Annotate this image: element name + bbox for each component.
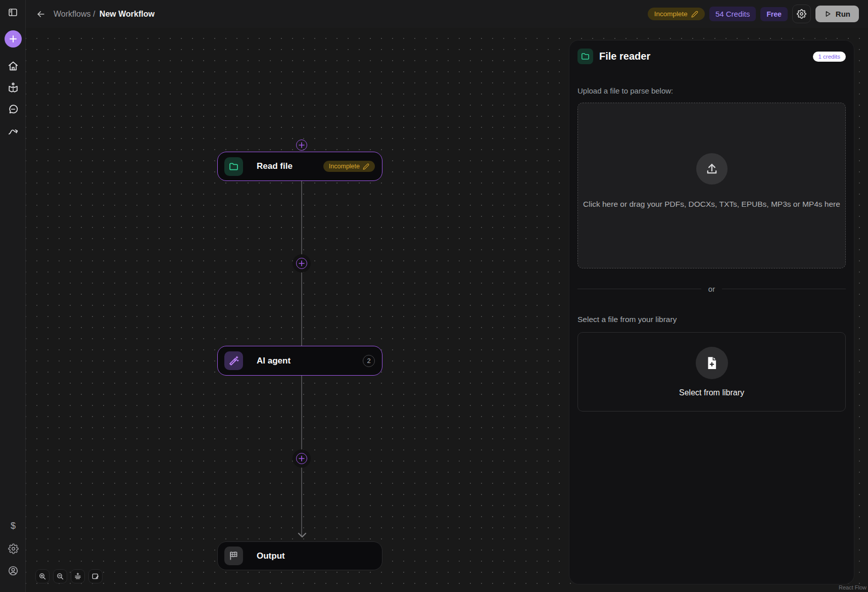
library-icon xyxy=(8,82,19,93)
add-node-button-mid2[interactable] xyxy=(293,449,311,468)
canvas-controls xyxy=(35,569,103,583)
pencil-icon xyxy=(363,163,369,170)
sidebar-item-chat[interactable] xyxy=(7,103,19,115)
file-plus-icon xyxy=(696,347,728,379)
plus-icon xyxy=(296,258,307,269)
left-sidebar: $ xyxy=(0,0,26,592)
node-count-badge[interactable]: 2 xyxy=(363,355,375,367)
or-text: or xyxy=(708,285,715,293)
zoom-out-button[interactable] xyxy=(53,569,67,583)
magic-wand-icon xyxy=(224,351,243,370)
new-workflow-button[interactable] xyxy=(5,30,22,48)
sidebar-item-library[interactable] xyxy=(7,81,19,94)
trend-arrow-icon xyxy=(8,126,19,137)
panel-title: File reader xyxy=(599,51,650,62)
file-reader-panel: File reader 1 credits Upload a file to p… xyxy=(569,40,854,584)
app-window: Read file Incomplete AI agent 2 xyxy=(0,0,868,592)
chat-icon xyxy=(8,104,19,115)
upload-section-label: Upload a file to parse below: xyxy=(577,86,846,95)
topbar-actions: Incomplete 54 Credits Free Run xyxy=(648,5,859,23)
breadcrumb-workflows[interactable]: Workflows / xyxy=(54,10,95,18)
sidebar-item-flows[interactable] xyxy=(7,125,19,138)
play-icon xyxy=(824,10,832,18)
zoom-in-icon xyxy=(38,572,46,580)
plus-icon xyxy=(296,140,307,151)
add-node-button-mid1[interactable] xyxy=(293,254,311,272)
node-ai-agent[interactable]: AI agent 2 xyxy=(217,346,382,376)
layout-icon xyxy=(74,572,82,580)
auto-layout-button[interactable] xyxy=(71,569,85,583)
node-status-text: Incomplete xyxy=(329,163,360,170)
workflow-status-badge[interactable]: Incomplete xyxy=(648,8,705,20)
sidebar-item-home[interactable] xyxy=(7,60,19,72)
file-dropzone[interactable]: Click here or drag your PDFs, DOCXs, TXT… xyxy=(577,103,846,268)
gear-icon xyxy=(8,543,19,554)
folder-icon xyxy=(577,49,593,64)
run-label: Run xyxy=(836,10,850,18)
plan-badge[interactable]: Free xyxy=(760,7,788,21)
node-label: AI agent xyxy=(257,356,291,366)
or-divider: or xyxy=(577,285,846,293)
library-section-label: Select a file from your library xyxy=(577,315,846,324)
plus-icon xyxy=(296,453,307,464)
plus-icon xyxy=(9,35,17,43)
back-arrow-icon xyxy=(36,9,46,19)
home-icon xyxy=(8,61,19,72)
select-from-library-button[interactable]: Select from library xyxy=(577,332,846,412)
settings-button[interactable] xyxy=(792,5,811,23)
folder-icon xyxy=(224,157,243,176)
pencil-icon xyxy=(691,11,698,18)
account-icon xyxy=(8,565,19,576)
sidebar-item-billing[interactable]: $ xyxy=(7,520,19,532)
react-flow-attribution: React Flow xyxy=(839,584,866,590)
note-icon xyxy=(91,572,100,580)
status-text: Incomplete xyxy=(654,10,688,18)
sidebar-toggle-button[interactable] xyxy=(8,7,18,18)
sidebar-item-settings[interactable] xyxy=(7,542,19,555)
back-button[interactable] xyxy=(33,7,49,22)
zoom-in-button[interactable] xyxy=(35,569,50,583)
credits-counter[interactable]: 54 Credits xyxy=(709,7,756,21)
topbar: Workflows / New Workflow Incomplete 54 C… xyxy=(26,0,868,28)
upload-icon xyxy=(696,153,728,185)
notes-button[interactable] xyxy=(88,569,103,583)
breadcrumb: Workflows / New Workflow xyxy=(54,10,155,19)
dropzone-hint: Click here or drag your PDFs, DOCXs, TXT… xyxy=(583,200,840,209)
node-read-file[interactable]: Read file Incomplete xyxy=(217,152,382,181)
dollar-icon: $ xyxy=(11,521,16,531)
node-status-badge[interactable]: Incomplete xyxy=(323,161,375,172)
zoom-out-icon xyxy=(56,572,64,580)
panel-header: File reader 1 credits xyxy=(577,49,846,64)
node-label: Read file xyxy=(257,161,293,171)
node-label: Output xyxy=(257,551,285,561)
edge-arrowhead-icon xyxy=(298,532,307,538)
panel-toggle-icon xyxy=(8,7,18,18)
node-cost-badge: 1 credits xyxy=(813,52,846,62)
node-output[interactable]: Output xyxy=(217,541,382,570)
run-button[interactable]: Run xyxy=(815,6,859,22)
library-button-label: Select from library xyxy=(679,388,744,397)
checkered-flag-icon xyxy=(224,547,243,565)
breadcrumb-current: New Workflow xyxy=(100,10,155,18)
gear-icon xyxy=(797,9,806,19)
sidebar-item-account[interactable] xyxy=(7,565,19,577)
